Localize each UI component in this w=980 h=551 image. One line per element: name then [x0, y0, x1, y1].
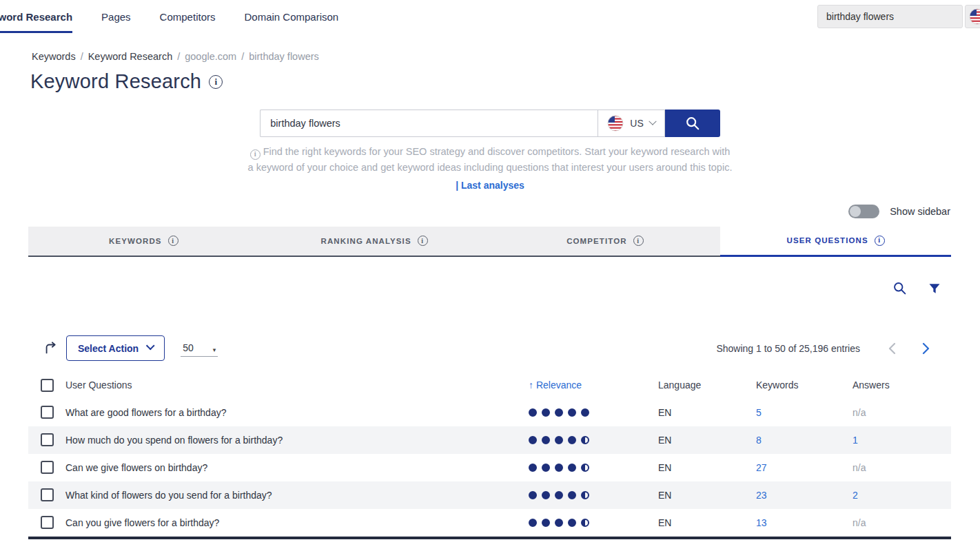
- table-body: What are good flowers for a birthday? EN…: [28, 399, 951, 537]
- header-language: Language: [653, 372, 751, 399]
- relevance-dot: [555, 436, 563, 444]
- question-text: Can you give flowers for a birthday?: [65, 517, 219, 528]
- country-code: US: [630, 118, 643, 129]
- title-info-icon[interactable]: [209, 75, 223, 89]
- select-action-label: Select Action: [78, 343, 139, 354]
- breadcrumb-separator: /: [177, 51, 180, 62]
- relevance-dot: [529, 408, 537, 417]
- help-text: Find the right keywords for your SEO str…: [247, 144, 733, 175]
- relevance-dot: [542, 436, 550, 444]
- row-checkbox[interactable]: [41, 461, 54, 474]
- relevance-dot: [568, 464, 576, 472]
- help-text-content: Find the right keywords for your SEO str…: [248, 146, 733, 173]
- relevance-dot: [542, 408, 550, 417]
- relevance-dot: [568, 519, 576, 527]
- info-icon[interactable]: [633, 236, 644, 246]
- relevance-dot: [529, 464, 537, 472]
- relevance-dot: [542, 519, 550, 527]
- relevance-dot: [529, 491, 537, 499]
- keywords-link[interactable]: 23: [756, 490, 767, 501]
- info-icon: [250, 149, 261, 160]
- keyword-search-row: US: [260, 110, 719, 137]
- language-cell: EN: [653, 426, 751, 454]
- select-action-button[interactable]: Select Action: [66, 335, 165, 361]
- relevance-dot: [529, 436, 537, 444]
- top-search-input[interactable]: [817, 5, 963, 28]
- question-text: What are good flowers for a birthday?: [65, 407, 226, 418]
- relevance-dots: [529, 436, 647, 444]
- table-tools: [28, 257, 951, 297]
- relevance-dot: [555, 491, 563, 499]
- keywords-link[interactable]: 5: [756, 407, 762, 418]
- nav-items: Keyword Research Pages Competitors Domai…: [0, 0, 338, 33]
- relevance-dot: [542, 491, 550, 499]
- answers-cell[interactable]: 1: [853, 435, 858, 446]
- answers-cell: n/a: [853, 407, 866, 418]
- user-questions-table: User Questions ↑ Relevance Language Keyw…: [28, 372, 951, 537]
- row-checkbox[interactable]: [41, 406, 54, 419]
- breadcrumb-domain[interactable]: google.com: [185, 51, 236, 62]
- breadcrumb-keywords[interactable]: Keywords: [32, 51, 76, 62]
- relevance-dot: [581, 519, 589, 527]
- keywords-link[interactable]: 13: [756, 517, 767, 528]
- sort-ascending-icon: ↑: [529, 380, 533, 391]
- info-icon[interactable]: [168, 236, 178, 246]
- nav-item-keyword-research[interactable]: Keyword Research: [0, 0, 72, 33]
- nav-item-domain-comparison[interactable]: Domain Comparison: [244, 0, 338, 33]
- nav-item-label: Keyword Research: [0, 11, 72, 23]
- keywords-link[interactable]: 27: [756, 462, 767, 473]
- tab-keywords[interactable]: KEYWORDS: [28, 227, 259, 257]
- country-selector[interactable]: US: [598, 110, 664, 137]
- relevance-dot: [581, 491, 589, 499]
- row-checkbox[interactable]: [41, 433, 54, 446]
- header-relevance-sort[interactable]: ↑ Relevance: [523, 372, 653, 399]
- info-icon[interactable]: [875, 236, 885, 246]
- next-page-icon[interactable]: [922, 342, 930, 355]
- answers-cell[interactable]: 2: [853, 490, 858, 501]
- answers-cell: n/a: [853, 517, 866, 528]
- relevance-dot: [568, 408, 576, 417]
- relevance-dot: [581, 464, 589, 472]
- relevance-dot: [542, 464, 550, 472]
- filter-icon[interactable]: [928, 282, 941, 295]
- keywords-link[interactable]: 8: [756, 435, 762, 446]
- relevance-dot: [529, 519, 537, 527]
- table-row: Can we give flowers on birthday? EN 27 n…: [28, 454, 951, 481]
- nav-item-pages[interactable]: Pages: [101, 0, 131, 33]
- page-size-select[interactable]: 50 ▾: [181, 340, 218, 357]
- table-row: What kind of flowers do you send for a b…: [28, 481, 951, 509]
- page-size-value: 50: [183, 342, 194, 353]
- header-answers: Answers: [847, 372, 951, 399]
- answers-cell: n/a: [853, 462, 866, 473]
- tab-ranking-analysis[interactable]: RANKING ANALYSIS: [259, 227, 490, 257]
- keyword-search-input[interactable]: [260, 110, 598, 137]
- relevance-dot: [555, 464, 563, 472]
- top-navigation: Keyword Research Pages Competitors Domai…: [0, 0, 980, 33]
- nav-item-competitors[interactable]: Competitors: [160, 0, 216, 33]
- breadcrumb-current-keyword: birthday flowers: [249, 51, 319, 62]
- tab-user-questions[interactable]: USER QUESTIONS: [720, 227, 951, 257]
- chevron-down-icon: [146, 342, 155, 351]
- table-header-row: User Questions ↑ Relevance Language Keyw…: [28, 372, 951, 399]
- table-row: What are good flowers for a birthday? EN…: [28, 399, 951, 426]
- select-all-checkbox[interactable]: [41, 379, 54, 392]
- relevance-dots: [529, 491, 647, 499]
- search-icon: [685, 116, 700, 131]
- last-analyses-link[interactable]: | Last analyses: [456, 180, 524, 191]
- row-checkbox[interactable]: [41, 516, 54, 529]
- info-icon[interactable]: [418, 236, 428, 246]
- breadcrumb-keyword-research[interactable]: Keyword Research: [88, 51, 173, 62]
- table-search-icon[interactable]: [892, 281, 907, 295]
- search-button[interactable]: [665, 110, 720, 137]
- header-keywords: Keywords: [751, 372, 847, 399]
- breadcrumb: Keywords/Keyword Research/google.com/bir…: [32, 51, 980, 62]
- language-cell: EN: [653, 454, 751, 481]
- show-sidebar-toggle[interactable]: [848, 205, 879, 218]
- prev-page-icon[interactable]: [888, 342, 896, 355]
- top-language-selector[interactable]: [965, 5, 980, 28]
- tab-competitor[interactable]: COMPETITOR: [490, 227, 721, 257]
- page-title: Keyword Research: [30, 70, 201, 93]
- export-icon[interactable]: [43, 341, 59, 356]
- question-text: What kind of flowers do you send for a b…: [65, 490, 272, 501]
- row-checkbox[interactable]: [41, 488, 54, 501]
